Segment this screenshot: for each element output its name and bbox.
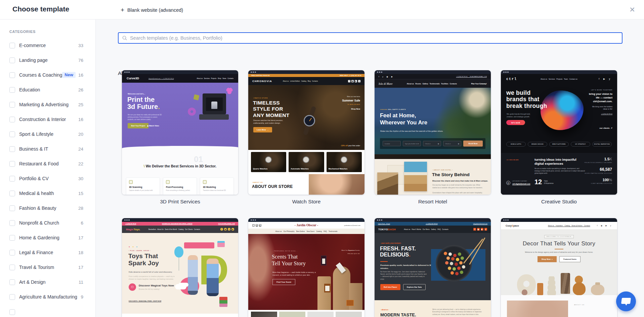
globe-icon: ⊕ (506, 181, 510, 185)
sidebar-item-portfolio-cv[interactable]: Portfolio & CV 30 (0, 171, 95, 186)
browser-chrome (122, 218, 238, 222)
sidebar-item-travel-tourism[interactable]: Travel & Tourism 17 (0, 260, 95, 275)
perfume-bottle (346, 300, 354, 306)
cloud-graphic (175, 284, 186, 289)
mini-feature: Post-Processing From smoothing to finish… (163, 177, 197, 195)
checkbox[interactable] (9, 131, 15, 137)
template-thumbnail-creative-studio[interactable]: ctrl About us Services Projects Team Con… (501, 70, 617, 195)
mini-cta: Book Now (463, 141, 483, 147)
mini-nav: MagicToys. Bestsellers About Us Deal of … (122, 226, 238, 233)
pink-shape (184, 242, 214, 248)
sidebar-item-home-gardening[interactable]: Home & Gardening 17 (0, 230, 95, 245)
sidebar-item-nonprofit-church[interactable]: Nonprofit & Church 6 (0, 215, 95, 230)
template-card-watch-store: FREE SHIPPING FROM $20NEED HELP: +1 (234… (248, 70, 364, 205)
template-gallery: Search templates (e.g. Business, Portfol… (96, 19, 644, 317)
template-card-jardin-obscur: f◉▶ - Jardin Obscur - jardinobscur@email… (248, 218, 364, 317)
sidebar-item-partial[interactable] (0, 304, 95, 314)
browser-chrome (375, 218, 491, 222)
mini-hero: WELCOME TO COZYSPACE Decor That Tells Yo… (501, 229, 617, 295)
checkbox[interactable] (9, 43, 15, 48)
mini-nav: TOKYODASH About us How It Works Our Menu… (375, 226, 491, 233)
mini-promo-bar: FREE SHIPPING FROM $20NEED HELP: +1 (234… (248, 74, 364, 77)
sidebar-item-construction-interior[interactable]: Construction & Interior 16 (0, 112, 95, 127)
checkbox[interactable] (9, 161, 15, 167)
search-placeholder: Search templates (e.g. Business, Portfol… (130, 35, 222, 41)
browser-chrome (501, 70, 617, 74)
printer-graphic (199, 90, 229, 121)
mini-topbar: f y ◉ ▶ +1 (234) 567 89 00 ISLADIMARE@EM… (375, 74, 491, 79)
checkbox[interactable] (9, 265, 15, 270)
mini-product-row: Quartz Watches Automatic Watches Mechani… (248, 150, 364, 174)
mini-topbar: Open 8 am - 10 pm +1 (234) 567 89 00 tok… (375, 222, 491, 226)
blocks-graphic (219, 297, 227, 307)
template-thumbnail-3d-print-services[interactable]: Curve3D 3d.print@email.com • +1 (234) 56… (122, 70, 238, 195)
template-thumbnail-jardin-obscur[interactable]: f◉▶ - Jardin Obscur - jardinobscur@email… (248, 218, 364, 317)
checkbox[interactable] (9, 235, 15, 241)
mini-topbar: f◉▶ - Jardin Obscur - jardinobscur@email… (248, 222, 364, 229)
checkbox[interactable] (9, 191, 15, 196)
checkbox[interactable] (9, 294, 15, 300)
mini-cta: Find Your Scent (272, 279, 295, 285)
decor-photo (507, 301, 568, 317)
checkbox[interactable] (9, 146, 15, 152)
sidebar-item-legal-finance[interactable]: Legal & Finance 18 (0, 245, 95, 260)
template-card-magictoys: +1 (234) 567 89 00 SHOWROOM: 52A EGMONT … (122, 218, 238, 317)
checkbox[interactable] (9, 309, 15, 315)
sidebar-item-restaurant-food[interactable]: Restaurant & Food 22 (0, 156, 95, 171)
template-card-cozyspace: CozySpace About us Inspiration Catalog N… (501, 218, 617, 317)
template-card-resort-hotel: f y ◉ ▶ +1 (234) 567 89 00 ISLADIMARE@EM… (375, 70, 491, 205)
sidebar-item-landing-page[interactable]: Landing page 76 (0, 53, 95, 68)
mini-hero: Welcome and let's... Print the 3d Future… (122, 83, 238, 149)
checkbox[interactable] (9, 87, 15, 93)
perfume-bottle (321, 255, 327, 266)
template-thumbnail-watch-store[interactable]: FREE SHIPPING FROM $20NEED HELP: +1 (234… (248, 70, 364, 195)
checkbox[interactable] (9, 250, 15, 255)
checkbox[interactable] (9, 102, 15, 108)
mini-about-section: - about us - MODERN TASTE. We're not jus… (375, 300, 491, 317)
mini-services-section: 01 \ We Deliver the Best Services in 3D … (122, 149, 238, 195)
blank-website-button[interactable]: + Blank website (advanced) (118, 5, 186, 15)
mini-cta: Learn More → (253, 127, 272, 132)
mini-sale-block: Meet our new items Summer Sale 10 AUG-28… (342, 96, 360, 110)
template-thumbnail-cozyspace[interactable]: CozySpace About us Inspiration Catalog N… (501, 218, 617, 317)
sidebar-item-education[interactable]: Education 26 (0, 82, 95, 97)
mini-cta: Explore Our Sets (403, 284, 426, 290)
template-thumbnail-magictoys[interactable]: +1 (234) 567 89 00 SHOWROOM: 52A EGMONT … (122, 218, 238, 317)
chat-widget-button[interactable] (616, 291, 636, 311)
mini-nav: ctrl About us Services Projects Team Con… (501, 74, 617, 84)
browser-chrome (122, 70, 238, 74)
mini-cta: let's work (506, 120, 525, 125)
category-list: E-commerce 33 Landing page 76 Courses & … (0, 38, 95, 314)
sidebar-item-fashion-beauty[interactable]: Fashion & Beauty 28 (0, 201, 95, 215)
browser-chrome (501, 218, 617, 222)
checkbox[interactable] (9, 205, 15, 211)
close-icon[interactable]: ✕ (627, 5, 637, 15)
social-icons: f◉▶y (473, 228, 487, 231)
sidebar-item-sport-lifestyle[interactable]: Sport & Lifestyle 20 (0, 127, 95, 142)
search-input[interactable]: Search templates (e.g. Business, Portfol… (118, 32, 622, 44)
checkbox[interactable] (9, 176, 15, 182)
sidebar-item-art-design[interactable]: Art & Design 11 (0, 275, 95, 289)
mini-promo-bar: +1 (234) 567 89 00 SHOWROOM: 52A EGMONT … (122, 222, 238, 226)
template-thumbnail-tokyodash[interactable]: Open 8 am - 10 pm +1 (234) 567 89 00 tok… (375, 218, 491, 317)
checkbox[interactable] (9, 117, 15, 122)
categories-section-label: CATEGORIES (9, 30, 95, 34)
checkbox[interactable] (9, 279, 15, 285)
social-icons: f y ◉ ▶ (379, 76, 394, 78)
hotel-photo (404, 162, 427, 191)
checkbox[interactable] (9, 72, 15, 78)
sidebar-item-medical-health[interactable]: Medical & health 15 (0, 186, 95, 201)
sidebar-item-marketing-advertising[interactable]: Marketing & Advertising 25 (0, 97, 95, 112)
categories-sidebar: CATEGORIES E-commerce 33 Landing page 76… (0, 19, 96, 317)
template-thumbnail-resort-hotel[interactable]: f y ◉ ▶ +1 (234) 567 89 00 ISLADIMARE@EM… (375, 70, 491, 195)
sidebar-item-courses-coaching[interactable]: Courses & Coaching New 16 (0, 68, 95, 82)
mini-service-pills: MOBILE APPS BRAND DESIGN WEB PLATFORMS U… (506, 142, 612, 147)
sidebar-item-ecommerce[interactable]: E-commerce 33 (0, 38, 95, 53)
checkbox[interactable] (9, 57, 15, 63)
sidebar-item-business-it[interactable]: Business & IT 24 (0, 142, 95, 156)
template-card-tokyodash: Open 8 am - 10 pm +1 (234) 567 89 00 tok… (375, 218, 491, 317)
sidebar-item-agriculture-manufacturing[interactable]: Agriculture & Manufacturing 9 (0, 289, 95, 304)
mini-about-section: //ABOUT US ABOUT OUR STORE (248, 174, 364, 195)
mini-about-section: ABOUT US (501, 295, 617, 317)
checkbox[interactable] (9, 220, 15, 226)
